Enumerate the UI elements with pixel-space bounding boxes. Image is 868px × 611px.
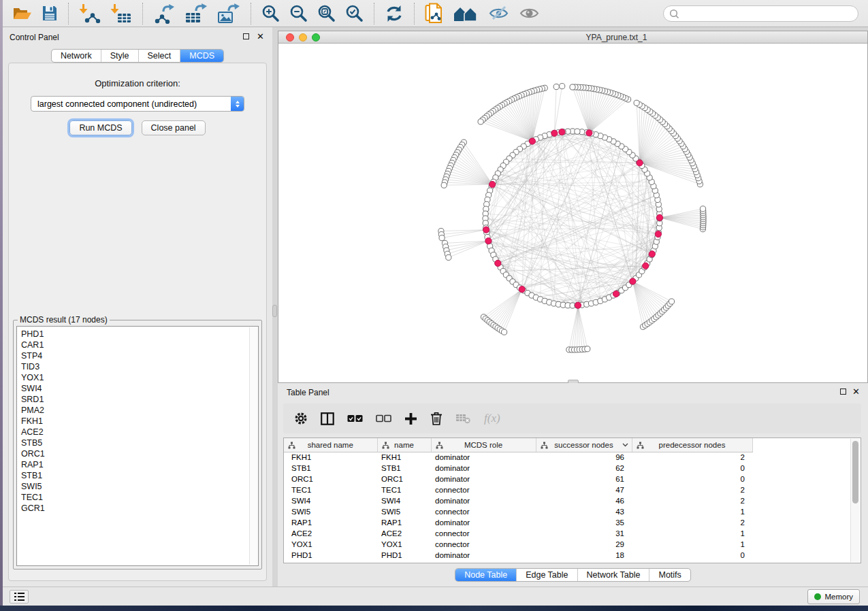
cell-successor-nodes[interactable]: 35 xyxy=(536,517,632,528)
float-table-panel-icon[interactable] xyxy=(840,389,846,395)
cell-shared-name[interactable]: YOX1 xyxy=(284,539,377,550)
cell-predecessor-nodes[interactable]: 0 xyxy=(632,474,752,484)
cell-shared-name[interactable]: FKH1 xyxy=(284,452,377,463)
zoom-selected-button[interactable] xyxy=(340,1,368,26)
save-session-button[interactable] xyxy=(37,1,63,26)
mcds-result-item[interactable]: FKH1 xyxy=(21,416,258,427)
cell-shared-name[interactable]: ORC1 xyxy=(284,474,377,484)
tab-style[interactable]: Style xyxy=(101,50,138,62)
zoom-in-button[interactable] xyxy=(257,1,285,26)
cell-successor-nodes[interactable]: 18 xyxy=(536,550,632,561)
tab-edge-table[interactable]: Edge Table xyxy=(516,569,577,581)
table-settings-button[interactable] xyxy=(294,412,308,425)
cell-predecessor-nodes[interactable]: 1 xyxy=(632,506,752,517)
column-header-mcds-role[interactable]: MCDS role xyxy=(431,438,536,452)
open-file-button[interactable] xyxy=(7,1,37,26)
tab-select[interactable]: Select xyxy=(138,50,180,62)
function-builder-button[interactable]: f(x) xyxy=(484,412,500,425)
cell-successor-nodes[interactable]: 46 xyxy=(536,495,632,506)
criterion-dropdown[interactable]: largest connected component (undirected) xyxy=(31,96,244,112)
refresh-button[interactable] xyxy=(380,1,408,26)
network-canvas[interactable] xyxy=(278,44,867,382)
cell-predecessor-nodes[interactable]: 0 xyxy=(632,550,752,561)
export-network-button[interactable] xyxy=(148,1,180,26)
mcds-result-item[interactable]: ORC1 xyxy=(21,448,258,459)
cell-predecessor-nodes[interactable]: 2 xyxy=(632,517,752,528)
cell-predecessor-nodes[interactable]: 1 xyxy=(632,539,752,550)
tab-network[interactable]: Network xyxy=(52,50,101,62)
network-window-titlebar[interactable]: YPA_prune.txt_1 xyxy=(278,31,867,44)
run-mcds-button[interactable]: Run MCDS xyxy=(69,120,131,135)
cell-successor-nodes[interactable]: 61 xyxy=(536,474,632,484)
table-row[interactable]: YOX1YOX1connector291 xyxy=(284,539,752,550)
cell-mcds-role[interactable]: connector xyxy=(431,506,536,517)
cell-name[interactable]: YOX1 xyxy=(377,539,431,550)
mcds-result-item[interactable]: STB1 xyxy=(21,470,258,481)
cell-mcds-role[interactable]: connector xyxy=(431,539,536,550)
mcds-result-item[interactable]: STB5 xyxy=(21,437,258,448)
table-row[interactable]: SWI4SWI4dominator462 xyxy=(284,495,752,506)
mcds-result-item[interactable]: TEC1 xyxy=(21,492,258,503)
zoom-out-button[interactable] xyxy=(285,1,312,26)
show-networks-button[interactable] xyxy=(448,1,483,26)
tab-node-table[interactable]: Node Table xyxy=(455,569,516,581)
cell-successor-nodes[interactable]: 29 xyxy=(536,539,632,550)
cell-name[interactable]: FKH1 xyxy=(377,452,431,463)
cell-successor-nodes[interactable]: 96 xyxy=(536,452,632,463)
cell-name[interactable]: RAP1 xyxy=(377,517,431,528)
show-hidden-button[interactable] xyxy=(514,1,545,26)
column-header-predecessor-nodes[interactable]: predecessor nodes xyxy=(632,438,752,452)
table-row[interactable]: PHD1PHD1dominator180 xyxy=(284,550,752,561)
mcds-result-item[interactable]: SWI5 xyxy=(21,481,258,492)
export-image-button[interactable] xyxy=(212,1,245,26)
mcds-result-item[interactable]: CAR1 xyxy=(21,340,258,350)
close-panel-button[interactable]: Close panel xyxy=(142,120,206,135)
cell-successor-nodes[interactable]: 31 xyxy=(536,528,632,539)
search-input[interactable] xyxy=(682,7,858,20)
tab-motifs[interactable]: Motifs xyxy=(649,569,690,581)
mcds-result-item[interactable]: RAP1 xyxy=(21,459,258,470)
table-row[interactable]: TEC1TEC1connector472 xyxy=(284,484,752,495)
select-all-button[interactable] xyxy=(347,414,363,423)
mcds-result-item[interactable]: GCR1 xyxy=(21,503,258,514)
mcds-result-item[interactable]: ACE2 xyxy=(21,427,258,437)
tab-network-table[interactable]: Network Table xyxy=(577,569,649,581)
table-row[interactable]: RAP1RAP1dominator352 xyxy=(284,517,752,528)
import-network-button[interactable] xyxy=(74,1,106,26)
import-table-button[interactable] xyxy=(106,1,137,26)
float-panel-icon[interactable] xyxy=(243,33,249,39)
column-header-successor-nodes[interactable]: successor nodes xyxy=(536,438,632,452)
deselect-all-button[interactable] xyxy=(376,414,391,423)
close-panel-icon[interactable]: ✕ xyxy=(257,31,264,42)
table-row[interactable]: STB1STB1dominator620 xyxy=(284,463,752,474)
cell-mcds-role[interactable]: dominator xyxy=(431,463,536,474)
cell-mcds-role[interactable]: dominator xyxy=(431,452,536,463)
cell-mcds-role[interactable]: connector xyxy=(431,528,536,539)
cell-shared-name[interactable]: PHD1 xyxy=(284,550,377,561)
mcds-result-item[interactable]: SRD1 xyxy=(21,394,258,405)
cell-shared-name[interactable]: SWI5 xyxy=(284,506,377,517)
panel-splitter[interactable] xyxy=(272,27,278,587)
mcds-result-item[interactable]: PHD1 xyxy=(21,329,258,340)
mcds-result-item[interactable]: YOX1 xyxy=(21,372,258,383)
cell-shared-name[interactable]: TEC1 xyxy=(284,484,377,495)
table-row[interactable]: FKH1FKH1dominator962 xyxy=(284,452,752,463)
cell-shared-name[interactable]: ACE2 xyxy=(284,528,377,539)
cell-successor-nodes[interactable]: 43 xyxy=(536,506,632,517)
table-row[interactable]: SWI5SWI5connector431 xyxy=(284,506,752,517)
tab-mcds[interactable]: MCDS xyxy=(180,50,223,62)
cell-shared-name[interactable]: SWI4 xyxy=(284,495,377,506)
zoom-fit-button[interactable] xyxy=(312,1,340,26)
memory-button[interactable]: Memory xyxy=(807,589,860,604)
cell-name[interactable]: PHD1 xyxy=(377,550,431,561)
results-scrollbar[interactable] xyxy=(249,327,257,565)
cell-mcds-role[interactable]: dominator xyxy=(431,474,536,484)
cell-mcds-role[interactable]: dominator xyxy=(431,550,536,561)
network-graph[interactable] xyxy=(278,44,867,382)
cell-name[interactable]: ACE2 xyxy=(377,528,431,539)
cell-name[interactable]: SWI4 xyxy=(377,495,431,506)
cell-shared-name[interactable]: STB1 xyxy=(284,463,377,474)
table-scrollbar[interactable] xyxy=(850,439,860,562)
cell-mcds-role[interactable]: connector xyxy=(431,484,536,495)
table-row[interactable]: ACE2ACE2connector311 xyxy=(284,528,752,539)
